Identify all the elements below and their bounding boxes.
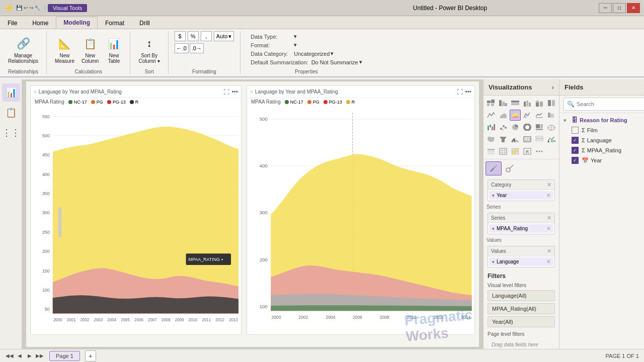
prev-page-button[interactable]: ◀ xyxy=(15,351,24,360)
data-type-value[interactable]: ▾ xyxy=(294,33,297,40)
percent-button[interactable]: % xyxy=(188,31,199,41)
fields-search-box[interactable]: 🔍 xyxy=(564,98,644,111)
series-clear-button[interactable]: ✕ xyxy=(547,215,551,221)
viz-format-button[interactable] xyxy=(486,161,502,175)
viz-donut[interactable] xyxy=(522,122,533,133)
page-tab-1[interactable]: Page 1 xyxy=(49,351,80,361)
close-button[interactable]: ✕ xyxy=(627,3,640,13)
viz-100pct-stacked-col[interactable] xyxy=(546,98,557,109)
mpaa-filter[interactable]: MPAA_Rating(All) xyxy=(488,303,555,314)
viz-r-visual[interactable]: R xyxy=(522,146,533,157)
viz-100pct-stacked-bar[interactable] xyxy=(510,98,521,109)
manage-relationships-button[interactable]: 🔗 ManageRelationships xyxy=(6,35,40,65)
category-clear-button[interactable]: ✕ xyxy=(547,182,551,188)
sort-by-column-button[interactable]: ↕ Sort ByColumn ▾ xyxy=(136,35,162,65)
viz-clustered-bar[interactable] xyxy=(498,98,509,109)
chart-svg-left: 550 500 450 400 350 300 250 200 150 100 … xyxy=(31,110,241,334)
new-column-button[interactable]: 📋 NewColumn xyxy=(79,35,101,65)
viz-slicer[interactable] xyxy=(486,146,497,157)
tree-node-reason-for-rating[interactable]: ▾ 🗄 Reason for Rating xyxy=(559,115,644,125)
tab-file[interactable]: File xyxy=(0,17,25,29)
minimize-button[interactable]: ─ xyxy=(599,3,612,13)
viz-ribbon[interactable] xyxy=(546,110,557,121)
maximize-button[interactable]: □ xyxy=(613,3,626,13)
viz-clustered-col[interactable] xyxy=(522,98,533,109)
add-page-button[interactable]: + xyxy=(85,350,96,361)
decrease-decimal-button[interactable]: ←.0 xyxy=(175,43,189,53)
focus-mode-button-left[interactable]: ⛶ xyxy=(223,88,229,96)
viz-analytics-button[interactable] xyxy=(502,161,518,175)
language-filter[interactable]: Language(All) xyxy=(488,290,555,301)
tab-format[interactable]: Format xyxy=(98,17,132,29)
sidebar-item-relationships[interactable]: ⋮⋮ xyxy=(2,124,20,142)
comma-button[interactable]: , xyxy=(201,31,212,41)
viz-area[interactable] xyxy=(498,110,509,121)
format-value[interactable]: ▾ xyxy=(294,42,297,48)
viz-multi-row-card[interactable] xyxy=(534,134,545,145)
chart-body-right[interactable]: 500 400 300 200 100 xyxy=(247,110,474,334)
next-page-button[interactable]: ▶ xyxy=(25,351,34,360)
currency-button[interactable]: $ xyxy=(175,31,186,41)
first-page-button[interactable]: ◀◀ xyxy=(5,351,14,360)
category-field-remove[interactable]: ✕ xyxy=(546,193,550,198)
summarization-value[interactable]: Do Not Summarize ▾ xyxy=(311,59,362,65)
tree-check-language[interactable]: ✓ xyxy=(572,137,579,144)
sidebar-item-data[interactable]: 📋 xyxy=(2,104,20,122)
sidebar-item-report[interactable]: 📊 xyxy=(2,83,20,102)
tab-modeling[interactable]: Modeling xyxy=(56,17,98,29)
viz-kpi[interactable]: ▲ KPI xyxy=(546,134,557,145)
increase-decimal-button[interactable]: .0→ xyxy=(190,43,204,53)
chart-panel-left: ≡ Language by Year and MPAA_Rating ⛶ •••… xyxy=(30,85,242,335)
viz-pie[interactable] xyxy=(510,122,521,133)
svg-point-81 xyxy=(503,125,505,127)
series-field-remove[interactable]: ✕ xyxy=(546,226,550,231)
viz-stacked-area[interactable] xyxy=(510,110,521,121)
values-field-remove[interactable]: ✕ xyxy=(546,259,550,264)
viz-stacked-col[interactable] xyxy=(534,98,545,109)
new-table-button[interactable]: 📊 NewTable xyxy=(104,35,124,65)
tab-home[interactable]: Home xyxy=(25,17,56,29)
tree-check-mpaa[interactable]: ✓ xyxy=(572,147,579,154)
viz-treemap[interactable] xyxy=(534,122,545,133)
tree-node-film[interactable]: Σ Film xyxy=(559,125,644,135)
more-options-right[interactable]: ••• xyxy=(465,88,471,96)
viz-filled-map[interactable] xyxy=(486,134,497,145)
viz-panel-expand[interactable]: › xyxy=(552,83,554,91)
search-input[interactable] xyxy=(577,101,644,107)
viz-line-clustered[interactable] xyxy=(522,110,533,121)
viz-table[interactable] xyxy=(498,146,509,157)
viz-gauge[interactable] xyxy=(510,134,521,145)
chart-body-left[interactable]: 550 500 450 400 350 300 250 200 150 100 … xyxy=(31,110,241,334)
viz-card[interactable]: 123 xyxy=(522,134,533,145)
tab-drill[interactable]: Drill xyxy=(132,17,157,29)
more-options-left[interactable]: ••• xyxy=(231,88,238,96)
auto-dropdown[interactable]: Auto ▾ xyxy=(214,31,234,41)
tree-field-icon-film: Σ xyxy=(582,127,585,133)
values-clear-button[interactable]: ✕ xyxy=(547,248,551,254)
viz-matrix[interactable] xyxy=(510,146,521,157)
data-category-value[interactable]: Uncategorized ▾ xyxy=(294,50,334,57)
category-field-tag[interactable]: ▾ Year ✕ xyxy=(489,191,553,200)
focus-mode-button-right[interactable]: ⛶ xyxy=(457,88,463,96)
tree-node-mpaa-rating[interactable]: ✓ Σ MPAA_Rating xyxy=(559,145,644,155)
tree-check-year[interactable]: ✓ xyxy=(572,157,579,164)
viz-map[interactable] xyxy=(546,122,557,133)
year-filter[interactable]: Year(All) xyxy=(488,316,555,327)
tree-check-film[interactable] xyxy=(572,127,579,134)
viz-scatter[interactable] xyxy=(498,122,509,133)
viz-more[interactable] xyxy=(534,146,545,157)
viz-waterfall[interactable] xyxy=(486,122,497,133)
viz-stacked-bar[interactable] xyxy=(486,98,497,109)
values-field-tag[interactable]: ▾ Language ✕ xyxy=(489,257,553,266)
legend-dot-pg13-right xyxy=(324,100,328,104)
chart-scroll-left[interactable] xyxy=(58,207,61,237)
series-field-tag[interactable]: ▾ MPAA_Rating ✕ xyxy=(489,224,553,233)
tree-node-year[interactable]: ✓ 📅 Year xyxy=(559,155,644,165)
window-controls[interactable]: ─ □ ✕ xyxy=(599,3,640,13)
viz-line-stacked[interactable] xyxy=(534,110,545,121)
last-page-button[interactable]: ▶▶ xyxy=(35,351,44,360)
tree-node-language[interactable]: ✓ Σ Language xyxy=(559,135,644,145)
viz-line[interactable] xyxy=(486,110,497,121)
viz-funnel[interactable] xyxy=(498,134,509,145)
new-measure-button[interactable]: 📐 NewMeasure xyxy=(53,35,76,65)
